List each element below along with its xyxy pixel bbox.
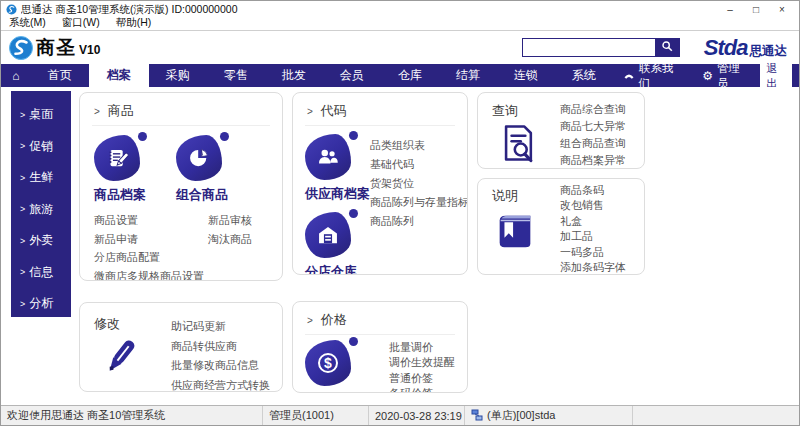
maximize-button[interactable]: □ [743,4,769,15]
sidebar-item-travel[interactable]: >旅游 [20,201,71,218]
app-window: 思通达 商圣10管理系统(演示版) ID:000000000 – □ × 系统(… [0,0,800,426]
sidebar-item-desktop[interactable]: >桌面 [20,106,71,123]
sidebar-label: 生鲜 [29,169,53,186]
window-title: 思通达 商圣10管理系统(演示版) ID:000000000 [21,3,717,17]
link-item[interactable]: 添加条码字体 [560,260,626,275]
sidebar-label: 外卖 [29,232,53,249]
codes-features: 供应商档案 [305,134,370,275]
price-card-header: > 价格 [305,308,455,335]
tab-system[interactable]: 系统 [555,64,613,87]
column-1: > 商品 [79,92,283,393]
link-item[interactable]: 货架货位 [370,174,468,193]
app-body: >桌面 >促销 >生鲜 >旅游 >外卖 >信息 >分析 > 商品 [1,87,799,405]
sidebar-label: 桌面 [29,106,53,123]
column-3: 查询 [477,92,645,393]
home-icon[interactable]: ⌂ [1,64,31,87]
link-item[interactable]: 微商店多规格商品设置 [94,267,208,282]
link-item[interactable]: 基础代码 [370,155,468,174]
menu-system[interactable]: 系统(M) [9,16,46,30]
link-item[interactable]: 新品申请 [94,230,208,249]
sidebar-label: 旅游 [29,201,53,218]
link-item[interactable]: 商品陈列 [370,212,468,231]
menu-help[interactable]: 帮助(H) [116,16,152,30]
sidebar-item-takeout[interactable]: >外卖 [20,232,71,249]
sidebar-item-fresh[interactable]: >生鲜 [20,169,71,186]
link-item[interactable]: 商品转供应商 [171,337,270,357]
card-codes: > 代码 [292,92,468,275]
link-item[interactable]: 改包销售 [560,198,626,213]
feature-product-archive[interactable]: 商品档案 [94,135,146,204]
tab-warehouse[interactable]: 仓库 [381,64,439,87]
card-title: 查询 [490,98,560,122]
search-input[interactable] [523,39,655,56]
codes-card-header: > 代码 [305,99,455,126]
sidebar-item-analysis[interactable]: >分析 [20,295,71,312]
chevron-icon: > [20,173,25,183]
search-box [522,38,680,57]
tab-members[interactable]: 会员 [323,64,381,87]
search-button[interactable] [655,39,679,56]
menu-bar: 系统(M) 窗口(W) 帮助(H) [1,17,799,31]
card-manual: 说明 商品条码 [477,178,645,275]
pie-chart-icon [176,135,222,181]
link-item[interactable]: 新品审核 [208,211,252,230]
main-nav: ⌂ 首页 档案 采购 零售 批发 会员 仓库 结算 连锁 系统 联系我们 ⚙ 管… [1,64,799,87]
link-item[interactable]: 助记码更新 [171,317,270,337]
feature-supplier-archive[interactable]: 供应商档案 [305,134,370,203]
sidebar-item-info[interactable]: >信息 [20,264,71,281]
minimize-button[interactable]: – [717,4,743,15]
link-item[interactable]: 商品综合查询 [560,101,626,118]
link-item[interactable]: 商品设置 [94,211,208,230]
link-item[interactable]: 商品陈列与存量指标 [370,193,468,212]
link-item[interactable]: 供应商经营方式转换 [171,376,270,393]
tab-retail[interactable]: 零售 [207,64,265,87]
link-item[interactable]: 品类组织表 [370,136,468,155]
nav-utilities: 联系我们 ⚙ 管理员 退出 [613,64,799,87]
tab-purchase[interactable]: 采购 [149,64,207,87]
link-item[interactable]: 淘汰商品 [208,230,252,249]
tab-archives[interactable]: 档案 [89,64,149,87]
products-features: 商品档案 组合商品 [94,135,270,204]
card-query: 查询 [477,92,645,169]
admin-menu[interactable]: ⚙ 管理员 [692,61,756,91]
link-item[interactable]: 调价生效提醒 [389,355,455,370]
feature-price-adjustment[interactable]: $ 调价单 [305,340,389,393]
tab-home[interactable]: 首页 [31,64,89,87]
feature-combo-product[interactable]: 组合商品 [176,135,228,204]
link-item[interactable]: 加工品 [560,229,626,244]
tab-settlement[interactable]: 结算 [439,64,497,87]
warehouse-icon [305,212,351,258]
link-item[interactable]: 商品七大异常 [560,118,626,135]
link-item[interactable]: 礼盒 [560,214,626,229]
card-title: 代码 [321,102,347,120]
sidebar-label: 分析 [29,295,53,312]
link-item[interactable]: 商品档案异常 [560,152,626,169]
chevron-icon: > [307,106,313,117]
link-item[interactable]: 商品条码 [560,183,626,198]
link-item[interactable]: 组合商品查询 [560,135,626,152]
card-products: > 商品 [79,92,283,281]
tab-wholesale[interactable]: 批发 [265,64,323,87]
chevron-icon: > [20,299,25,309]
product-version: V10 [79,43,100,57]
link-item[interactable]: 一码多品 [560,245,626,260]
products-links-right: 新品审核 淘汰商品 [208,211,252,281]
card-modify: 修改 [79,302,283,392]
tab-chain[interactable]: 连锁 [497,64,555,87]
close-button[interactable]: × [769,4,795,15]
modify-left: 修改 [92,311,171,392]
card-title: 修改 [92,311,171,335]
link-item[interactable]: 批量修改商品信息 [171,356,270,376]
link-item[interactable]: 条码价签 [389,386,455,393]
contact-us[interactable]: 联系我们 [613,61,688,91]
feature-label: 组合商品 [176,186,228,204]
link-item[interactable]: 普通价签 [389,371,455,386]
menu-window[interactable]: 窗口(W) [62,16,100,30]
content-area: > 商品 [71,87,799,405]
sidebar-item-promotion[interactable]: >促销 [20,138,71,155]
feature-branch-warehouse[interactable]: 分店仓库 [305,212,370,275]
card-title: 说明 [490,183,560,207]
status-welcome: 欢迎使用思通达 商圣10管理系统 [1,406,263,425]
link-item[interactable]: 批量调价 [389,340,455,355]
link-item[interactable]: 分店商品配置 [94,248,208,267]
